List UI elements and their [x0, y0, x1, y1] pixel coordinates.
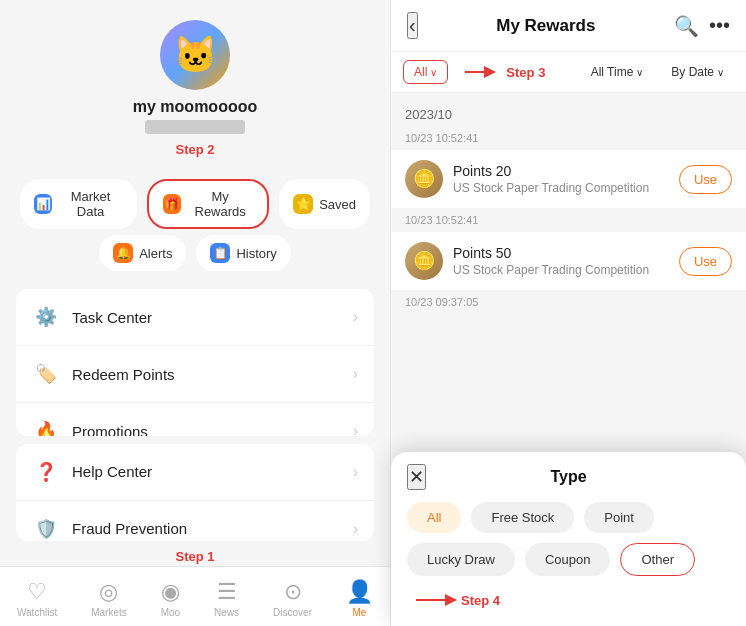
reward-time-3: 10/23 09:37:05: [391, 292, 746, 312]
type-close-button[interactable]: ✕: [407, 464, 426, 490]
reward-title-2: Points 50: [453, 245, 669, 261]
alerts-button[interactable]: 🔔 Alerts: [99, 235, 186, 271]
help-center-item[interactable]: ❓ Help Center ›: [16, 444, 374, 501]
promotions-icon: 🔥: [32, 417, 60, 436]
nav-watchlist[interactable]: ♡ Watchlist: [9, 575, 65, 622]
type-freestock-option[interactable]: Free Stock: [471, 502, 574, 533]
back-button[interactable]: ‹: [407, 12, 418, 39]
type-overlay: ✕ Type All Free Stock Point Lucky Draw C…: [391, 452, 746, 626]
search-button[interactable]: 🔍: [674, 14, 699, 38]
filter-bar: All ∨ Step 3 All Time ∨ By Date ∨: [391, 52, 746, 93]
type-other-option[interactable]: Other: [620, 543, 695, 576]
profile-section: 🐱 my moomooooo Step 2: [0, 0, 390, 179]
time-filter-label: All Time: [591, 65, 634, 79]
nav-markets[interactable]: ◎ Markets: [83, 575, 135, 622]
reward-time-1: 10/23 10:52:41: [391, 128, 746, 148]
right-panel: ‹ My Rewards 🔍 ••• All ∨ Step 3 A: [390, 0, 746, 626]
type-coupon-option[interactable]: Coupon: [525, 543, 611, 576]
sort-filter-chevron: ∨: [717, 67, 724, 78]
rewards-title: My Rewards: [496, 16, 595, 36]
saved-button[interactable]: ⭐ Saved: [279, 179, 370, 229]
step1-area: Step 1: [0, 549, 390, 566]
step4-area: Step 4: [411, 590, 500, 610]
quick-actions-row1: 📊 Market Data 🎁 My Rewards ⭐ Saved: [0, 179, 390, 235]
redeem-icon: 🏷️: [32, 360, 60, 388]
step1-label: Step 1: [175, 549, 214, 564]
saved-label: Saved: [319, 197, 356, 212]
reward-info-1: Points 20 US Stock Paper Trading Competi…: [453, 163, 669, 195]
username: my moomooooo: [133, 98, 257, 116]
left-panel: 🐱 my moomooooo Step 2 📊 Market Data 🎁 My…: [0, 0, 390, 626]
news-label: News: [214, 607, 239, 618]
step4-label: Step 4: [461, 593, 500, 608]
markets-label: Markets: [91, 607, 127, 618]
rewards-icon: 🎁: [163, 194, 181, 214]
step4-arrow-svg: [411, 590, 461, 610]
markets-icon: ◎: [99, 579, 118, 605]
step2-label: Step 2: [175, 142, 214, 157]
quick-actions-row2: 🔔 Alerts 📋 History: [0, 235, 390, 281]
moo-icon: ◉: [161, 579, 180, 605]
market-label: Market Data: [58, 189, 123, 219]
nav-news[interactable]: ☰ News: [206, 575, 247, 622]
fraud-prevention-item[interactable]: 🛡️ Fraud Prevention ›: [16, 501, 374, 541]
reward-icon-1: 🪙: [405, 160, 443, 198]
menu-section-1: ⚙️ Task Center › 🏷️ Redeem Points › 🔥 Pr…: [16, 289, 374, 436]
type-filter-button[interactable]: All ∨: [403, 60, 448, 84]
type-panel-header: ✕ Type: [407, 468, 730, 486]
step3-area: Step 3: [456, 62, 549, 82]
avatar: 🐱: [160, 20, 230, 90]
saved-icon: ⭐: [293, 194, 313, 214]
date-group-header: 2023/10: [391, 101, 746, 128]
rewards-label: My Rewards: [187, 189, 253, 219]
nav-me[interactable]: 👤 Me: [338, 575, 381, 622]
time-filter-chevron: ∨: [636, 67, 643, 78]
history-label: History: [236, 246, 276, 261]
type-luckydraw-option[interactable]: Lucky Draw: [407, 543, 515, 576]
promotions-chevron: ›: [353, 422, 358, 436]
type-all-option[interactable]: All: [407, 502, 461, 533]
sort-filter-label: By Date: [671, 65, 714, 79]
task-center-item[interactable]: ⚙️ Task Center ›: [16, 289, 374, 346]
type-panel-title: Type: [550, 468, 586, 486]
promotions-label: Promotions: [72, 423, 353, 436]
reward-item-2: 🪙 Points 50 US Stock Paper Trading Compe…: [391, 232, 746, 290]
time-filter-button[interactable]: All Time ∨: [581, 61, 654, 83]
bottom-nav: ♡ Watchlist ◎ Markets ◉ Moo ☰ News ⊙ Dis…: [0, 566, 390, 626]
fraud-icon: 🛡️: [32, 515, 60, 541]
promotions-item[interactable]: 🔥 Promotions ›: [16, 403, 374, 436]
task-center-icon: ⚙️: [32, 303, 60, 331]
type-filter-label: All: [414, 65, 427, 79]
help-label: Help Center: [72, 463, 353, 480]
discover-label: Discover: [273, 607, 312, 618]
type-point-option[interactable]: Point: [584, 502, 654, 533]
help-icon: ❓: [32, 458, 60, 486]
sort-filter-button[interactable]: By Date ∨: [661, 61, 734, 83]
step3-label: Step 3: [506, 65, 545, 80]
reward-subtitle-1: US Stock Paper Trading Competition: [453, 181, 669, 195]
fraud-label: Fraud Prevention: [72, 520, 353, 537]
step3-arrow: [460, 62, 500, 82]
header-actions: 🔍 •••: [674, 14, 730, 38]
use-button-2[interactable]: Use: [679, 247, 732, 276]
type-options: All Free Stock Point Lucky Draw Coupon O…: [407, 502, 730, 610]
discover-icon: ⊙: [284, 579, 302, 605]
market-data-button[interactable]: 📊 Market Data: [20, 179, 137, 229]
menu-section-2: ❓ Help Center › 🛡️ Fraud Prevention ›: [16, 444, 374, 541]
redeem-chevron: ›: [353, 365, 358, 383]
redeem-points-item[interactable]: 🏷️ Redeem Points ›: [16, 346, 374, 403]
redeem-label: Redeem Points: [72, 366, 353, 383]
nav-discover[interactable]: ⊙ Discover: [265, 575, 320, 622]
reward-title-1: Points 20: [453, 163, 669, 179]
my-rewards-button[interactable]: 🎁 My Rewards: [147, 179, 269, 229]
history-button[interactable]: 📋 History: [196, 235, 290, 271]
use-button-1[interactable]: Use: [679, 165, 732, 194]
more-button[interactable]: •••: [709, 14, 730, 38]
history-icon: 📋: [210, 243, 230, 263]
news-icon: ☰: [217, 579, 237, 605]
moo-label: Moo: [161, 607, 180, 618]
fraud-chevron: ›: [353, 520, 358, 538]
alerts-label: Alerts: [139, 246, 172, 261]
reward-info-2: Points 50 US Stock Paper Trading Competi…: [453, 245, 669, 277]
nav-moo[interactable]: ◉ Moo: [153, 575, 188, 622]
